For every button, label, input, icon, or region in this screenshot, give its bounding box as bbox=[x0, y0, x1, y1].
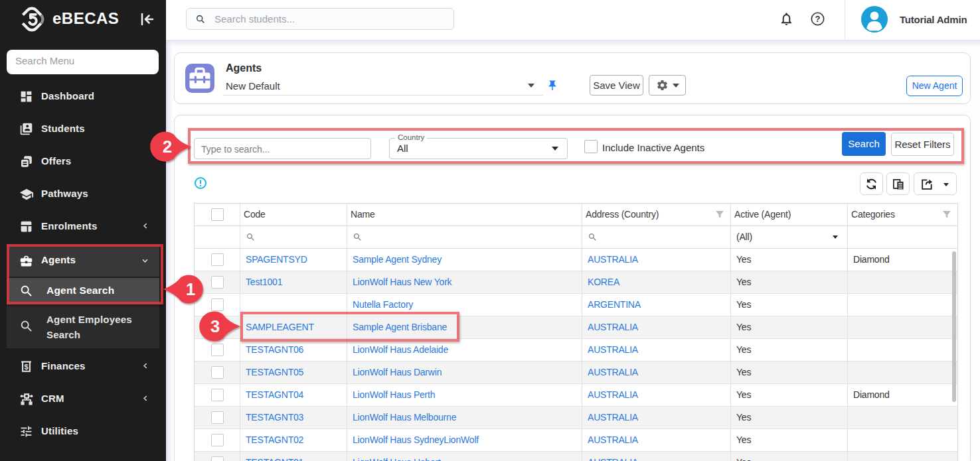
svg-text:?: ? bbox=[815, 14, 821, 24]
svg-text:$: $ bbox=[24, 363, 28, 371]
